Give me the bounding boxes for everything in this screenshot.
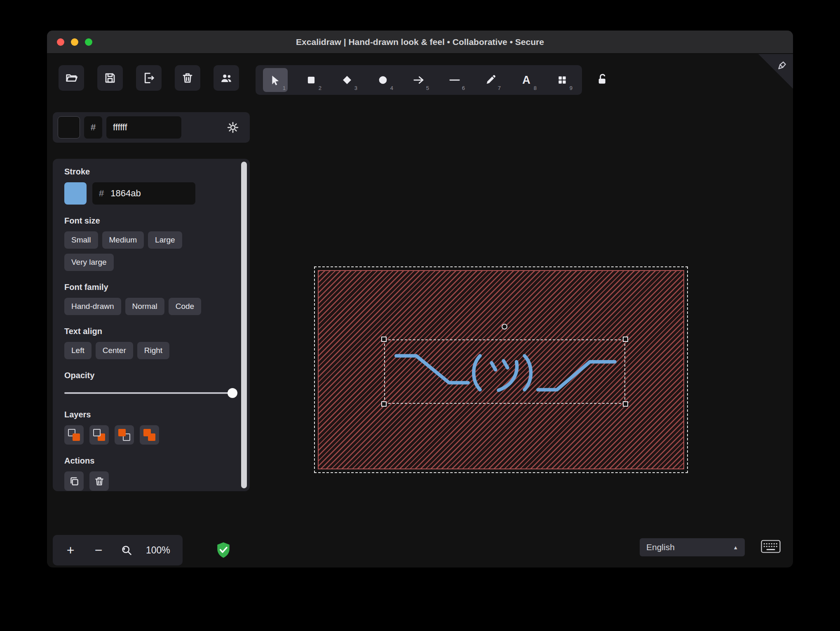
stroke-hash: #: [99, 188, 104, 199]
opacity-slider[interactable]: [64, 388, 236, 398]
keyboard-shortcuts-button[interactable]: [761, 539, 781, 555]
resize-handle-top-right[interactable]: [623, 337, 628, 342]
library-grid-icon: [557, 75, 568, 85]
pencil-icon: [485, 75, 496, 85]
duplicate-icon: [69, 476, 80, 487]
tool-diamond[interactable]: 3: [335, 68, 359, 92]
settings-button[interactable]: [223, 118, 242, 137]
tool-selection[interactable]: 1: [263, 68, 288, 92]
file-toolbar: [59, 65, 239, 91]
canvas-background-swatch[interactable]: [58, 116, 80, 139]
pen-corner-icon: [777, 60, 787, 71]
canvas-background-input[interactable]: [113, 122, 175, 133]
font-size-small[interactable]: Small: [64, 231, 98, 249]
tool-shortcut: 7: [498, 85, 501, 91]
font-size-very-large[interactable]: Very large: [64, 254, 114, 271]
tool-rectangle[interactable]: 2: [299, 68, 324, 92]
panel-scrollbar[interactable]: [241, 162, 247, 488]
tool-arrow[interactable]: 5: [406, 68, 431, 92]
tool-shortcut: 3: [354, 85, 357, 91]
zoom-out-button[interactable]: −: [87, 538, 110, 562]
properties-panel: Stroke # Font size Small Medium Large Ve…: [53, 159, 250, 491]
actions-label: Actions: [64, 456, 228, 466]
layer-buttons: [64, 425, 228, 445]
clear-canvas-button[interactable]: [175, 65, 200, 91]
tool-shortcut: 8: [534, 85, 537, 91]
opacity-label: Opacity: [64, 371, 228, 380]
canvas-background-row: #: [53, 112, 250, 143]
font-family-code[interactable]: Code: [169, 298, 201, 315]
canvas-background-field: [106, 116, 181, 139]
resize-handle-bottom-left[interactable]: [381, 401, 387, 407]
gear-icon: [227, 121, 239, 134]
tool-ellipse[interactable]: 4: [371, 68, 395, 92]
ellipse-icon: [377, 74, 389, 86]
trash-icon: [181, 72, 194, 84]
minus-icon: −: [95, 543, 103, 558]
tool-draw[interactable]: 7: [478, 68, 503, 92]
stroke-color-input[interactable]: [110, 188, 172, 199]
close-window-button[interactable]: [57, 38, 64, 46]
window-title: Excalidraw | Hand-drawn look & feel • Co…: [296, 37, 544, 47]
opacity-slider-track[interactable]: [64, 392, 236, 394]
stroke-color-field: #: [92, 182, 195, 205]
send-backward-button[interactable]: [89, 425, 109, 445]
tool-library[interactable]: 9: [550, 68, 575, 92]
tool-shortcut: 1: [283, 85, 286, 91]
font-family-normal[interactable]: Normal: [125, 298, 164, 315]
duplicate-button[interactable]: [64, 471, 84, 491]
font-size-large[interactable]: Large: [148, 231, 182, 249]
zoom-level: 100%: [146, 545, 170, 556]
trash-icon: [94, 476, 105, 487]
tool-shortcut: 9: [570, 85, 573, 91]
save-button[interactable]: [97, 65, 123, 91]
github-corner-ribbon[interactable]: [758, 54, 793, 89]
rotation-handle[interactable]: [502, 324, 507, 330]
diamond-icon: [341, 74, 353, 86]
encrypted-shield-icon: [216, 542, 231, 558]
font-family-hand-drawn[interactable]: Hand-drawn: [64, 298, 121, 315]
tool-line[interactable]: 6: [442, 68, 467, 92]
desktop: { "window": { "title": "Excalidraw | Han…: [0, 0, 840, 631]
bring-to-front-button[interactable]: [140, 425, 159, 445]
zoom-in-button[interactable]: +: [59, 538, 82, 562]
language-select[interactable]: English ▲: [640, 538, 745, 556]
tool-shortcut: 2: [319, 85, 321, 91]
text-align-center[interactable]: Center: [96, 342, 133, 359]
tool-text[interactable]: A 8: [514, 68, 539, 92]
language-value: English: [646, 542, 675, 552]
stroke-color-swatch[interactable]: [64, 182, 87, 205]
font-family-label: Font family: [64, 283, 228, 292]
font-family-options: Hand-drawn Normal Code: [64, 298, 228, 315]
text-align-label: Text align: [64, 327, 228, 336]
open-button[interactable]: [59, 65, 84, 91]
rectangle-icon: [306, 75, 317, 85]
resize-handle-bottom-right[interactable]: [623, 401, 628, 407]
action-buttons: [64, 471, 228, 491]
tool-shortcut: 6: [462, 85, 465, 91]
font-size-options: Small Medium Large: [64, 231, 228, 249]
titlebar: Excalidraw | Hand-drawn look & feel • Co…: [47, 31, 793, 54]
reset-zoom-button[interactable]: [115, 538, 138, 562]
shrug-text-element[interactable]: [393, 346, 618, 398]
opacity-slider-thumb[interactable]: [228, 388, 237, 398]
tool-shortcut: 4: [390, 85, 393, 91]
bring-forward-button[interactable]: [115, 425, 134, 445]
magnifier-icon: [121, 544, 132, 556]
collaboration-button[interactable]: [214, 65, 239, 91]
fullscreen-window-button[interactable]: [85, 38, 92, 46]
send-to-back-button[interactable]: [64, 425, 84, 445]
minimize-window-button[interactable]: [71, 38, 78, 46]
delete-button[interactable]: [89, 471, 109, 491]
text-align-right[interactable]: Right: [137, 342, 169, 359]
font-size-medium[interactable]: Medium: [102, 231, 144, 249]
collaborators-icon: [220, 72, 233, 84]
export-button[interactable]: [136, 65, 162, 91]
tool-toolbar: 1 2 3 4 5 6 7 A 8: [256, 65, 582, 95]
caret-up-icon: ▲: [733, 544, 738, 551]
stroke-label: Stroke: [64, 167, 228, 177]
export-icon: [143, 72, 155, 84]
resize-handle-top-left[interactable]: [381, 337, 387, 342]
keep-tool-active-toggle[interactable]: [594, 70, 612, 88]
text-align-left[interactable]: Left: [64, 342, 92, 359]
